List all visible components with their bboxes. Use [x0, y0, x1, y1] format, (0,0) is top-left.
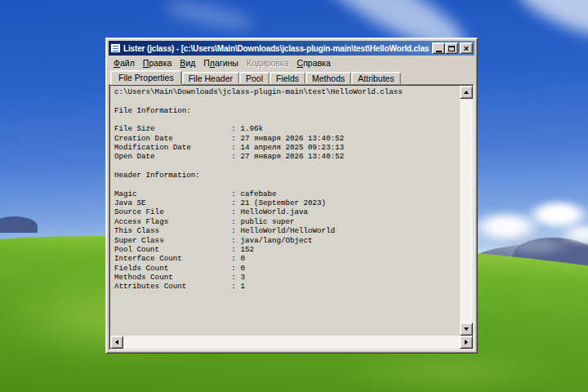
- desktop-wallpaper-bliss: Lister (jclass) - [c:\Users\Main\Downloa…: [0, 0, 588, 392]
- scroll-up-icon: [464, 88, 469, 94]
- window-title: Lister (jclass) - [c:\Users\Main\Downloa…: [123, 44, 430, 53]
- content-frame: c:\Users\Main\Downloads\jclass-plugin-ma…: [109, 84, 474, 350]
- tab-pool[interactable]: Pool: [239, 72, 270, 84]
- lister-window-icon[interactable]: [110, 43, 121, 53]
- maximize-button[interactable]: [445, 42, 458, 54]
- scroll-down-icon: [464, 327, 469, 333]
- lister-window: Lister (jclass) - [c:\Users\Main\Downloa…: [105, 38, 478, 354]
- menu-view[interactable]: Вид: [176, 56, 199, 69]
- scroll-right-button[interactable]: [460, 336, 473, 349]
- title-bar[interactable]: Lister (jclass) - [c:\Users\Main\Downloa…: [109, 41, 474, 56]
- minimize-icon: [436, 51, 442, 52]
- menu-file[interactable]: Файл: [109, 56, 139, 69]
- cumulus-clouds: [470, 196, 588, 257]
- tab-fields[interactable]: Fields: [270, 72, 305, 84]
- menu-bar: Файл Правка Вид Плагины Кодировка Справк…: [109, 56, 474, 69]
- menu-plugins[interactable]: Плагины: [199, 56, 243, 69]
- tab-file-header[interactable]: File Header: [182, 72, 239, 84]
- cloud-wisp: [163, 0, 255, 33]
- tab-file-properties[interactable]: File Properties: [110, 70, 182, 85]
- distant-hill: [0, 216, 38, 233]
- scroll-left-icon: [113, 340, 118, 345]
- viewer-text: c:\Users\Main\Downloads\jclass-plugin-ma…: [110, 86, 460, 292]
- window-controls: ×: [432, 42, 473, 54]
- horizontal-scrollbar[interactable]: [110, 336, 473, 349]
- scroll-up-button[interactable]: [460, 86, 473, 99]
- content-pane: c:\Users\Main\Downloads\jclass-plugin-ma…: [109, 85, 474, 350]
- tab-methods[interactable]: Methods: [305, 72, 351, 84]
- scroll-down-button[interactable]: [460, 323, 473, 336]
- menu-edit[interactable]: Правка: [139, 56, 176, 69]
- menu-help[interactable]: Справка: [293, 56, 335, 69]
- close-icon: ×: [464, 44, 469, 52]
- cloud-wisp: [510, 0, 588, 51]
- scroll-left-button[interactable]: [110, 336, 123, 349]
- minimize-button[interactable]: [432, 42, 445, 54]
- scroll-right-icon: [465, 340, 470, 345]
- menu-encoding: Кодировка: [243, 56, 293, 69]
- tab-attributes[interactable]: Attributes: [351, 72, 400, 84]
- tab-strip: File Properties File Header Pool Fields …: [109, 69, 474, 84]
- file-properties-view[interactable]: c:\Users\Main\Downloads\jclass-plugin-ma…: [110, 86, 460, 336]
- close-button[interactable]: ×: [460, 42, 473, 54]
- vertical-scrollbar[interactable]: [460, 86, 473, 336]
- maximize-icon: [448, 46, 455, 51]
